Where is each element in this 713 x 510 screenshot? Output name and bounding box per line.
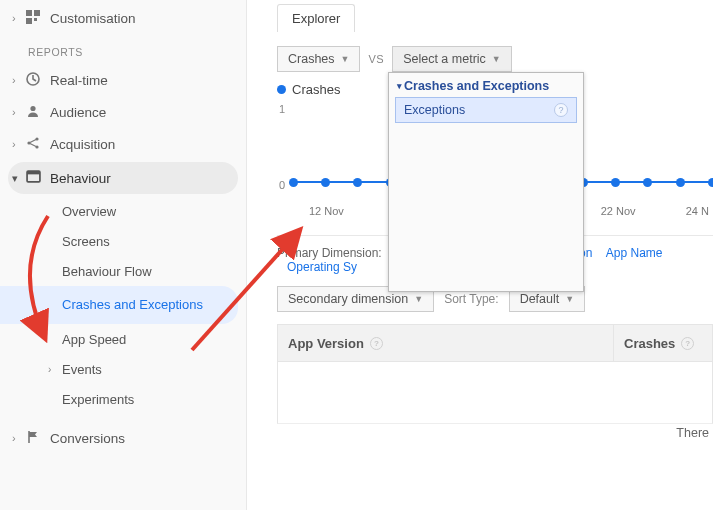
caret-down-icon: ▼ xyxy=(492,54,501,64)
clock-icon xyxy=(22,72,44,89)
help-icon[interactable]: ? xyxy=(370,337,383,350)
sidebar-sub-overview[interactable]: Overview xyxy=(0,196,246,226)
help-icon[interactable]: ? xyxy=(681,337,694,350)
person-icon xyxy=(22,104,44,121)
metric2-dropdown[interactable]: Select a metric▼ xyxy=(392,46,512,72)
dropdown-group-crashes-exceptions[interactable]: ▾Crashes and Exceptions xyxy=(389,73,583,97)
vs-label: VS xyxy=(368,53,384,65)
caret-down-icon: ▼ xyxy=(565,294,574,304)
sidebar-item-label: Behaviour xyxy=(50,171,111,186)
sidebar-sub-events[interactable]: ›Events xyxy=(0,354,246,384)
sidebar-sub-crashes-exceptions[interactable]: Crashes and Exceptions xyxy=(0,286,238,324)
table-body xyxy=(277,362,713,424)
tab-explorer[interactable]: Explorer xyxy=(277,4,355,32)
sidebar-item-audience[interactable]: › Audience xyxy=(0,96,246,128)
chevron-right-icon: › xyxy=(12,12,22,24)
sidebar-sub-behaviour-flow[interactable]: Behaviour Flow xyxy=(0,256,246,286)
sort-type-label: Sort Type: xyxy=(444,292,498,306)
sidebar-item-label: Audience xyxy=(50,105,106,120)
svg-rect-2 xyxy=(26,18,32,24)
sidebar-item-customisation[interactable]: › Customisation xyxy=(0,2,246,34)
metric1-dropdown[interactable]: Crashes▼ xyxy=(277,46,360,72)
svg-point-5 xyxy=(30,105,35,110)
help-icon[interactable]: ? xyxy=(554,103,568,117)
chevron-right-icon: › xyxy=(12,138,22,150)
sidebar: › Customisation REPORTS › Real-time › Au… xyxy=(0,0,247,510)
table-header: App Version? Crashes? xyxy=(277,324,713,362)
triangle-down-icon: ▾ xyxy=(397,81,402,91)
sidebar-section-reports: REPORTS xyxy=(0,34,246,64)
svg-rect-0 xyxy=(26,10,32,16)
sidebar-item-acquisition[interactable]: › Acquisition xyxy=(0,128,246,160)
chevron-right-icon: ▾ xyxy=(12,172,22,185)
sidebar-sub-screens[interactable]: Screens xyxy=(0,226,246,256)
sidebar-item-realtime[interactable]: › Real-time xyxy=(0,64,246,96)
sidebar-sub-app-speed[interactable]: App Speed xyxy=(0,324,246,354)
primary-dim-operating-system[interactable]: Operating Sy xyxy=(287,260,357,274)
footer-text: There xyxy=(277,426,713,440)
share-icon xyxy=(22,136,44,153)
chevron-right-icon: › xyxy=(12,432,22,444)
caret-down-icon: ▼ xyxy=(341,54,350,64)
chevron-right-icon: › xyxy=(48,364,62,375)
caret-down-icon: ▼ xyxy=(414,294,423,304)
sidebar-item-label: Customisation xyxy=(50,11,136,26)
svg-rect-1 xyxy=(34,10,40,16)
sidebar-sub-experiments[interactable]: Experiments xyxy=(0,384,246,414)
legend-dot-icon xyxy=(277,85,286,94)
sidebar-item-label: Acquisition xyxy=(50,137,115,152)
th-app-version[interactable]: App Version? xyxy=(278,336,613,351)
window-icon xyxy=(22,169,44,187)
primary-dim-app-name[interactable]: App Name xyxy=(606,246,663,260)
svg-rect-3 xyxy=(34,18,37,21)
grid-icon xyxy=(22,10,44,27)
th-crashes[interactable]: Crashes? xyxy=(613,325,694,361)
chevron-right-icon: › xyxy=(12,74,22,86)
flag-icon xyxy=(22,430,44,447)
dropdown-item-exceptions[interactable]: Exceptions? xyxy=(395,97,577,123)
chevron-right-icon: › xyxy=(12,106,22,118)
metric-dropdown-panel: ▾Crashes and Exceptions Exceptions? xyxy=(388,72,584,292)
tab-bar: Explorer xyxy=(277,4,713,32)
sidebar-item-label: Conversions xyxy=(50,431,125,446)
sidebar-item-label: Real-time xyxy=(50,73,108,88)
sidebar-item-behaviour[interactable]: ▾ Behaviour xyxy=(8,162,238,194)
sidebar-item-conversions[interactable]: › Conversions xyxy=(0,422,246,454)
y-tick-0: 0 xyxy=(279,179,285,191)
svg-rect-10 xyxy=(27,171,40,174)
